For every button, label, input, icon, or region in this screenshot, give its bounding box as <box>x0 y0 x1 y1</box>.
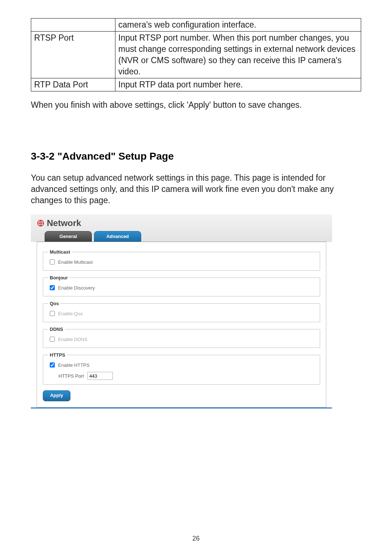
tabs: General Advanced <box>37 231 326 242</box>
tab-general[interactable]: General <box>45 231 92 242</box>
table-row: RTSP Port Input RTSP port number. When t… <box>31 32 361 78</box>
cell-left <box>31 19 115 32</box>
enable-https-label[interactable]: Enable HTTPS <box>48 361 90 369</box>
enable-qos-checkbox[interactable] <box>50 311 55 316</box>
page-title-text: Network <box>47 218 81 228</box>
enable-ddns-label[interactable]: Enable DDNS <box>48 336 87 343</box>
spec-table: camera's web configuration interface. RT… <box>31 18 361 91</box>
https-port-label: HTTPS Port <box>58 373 84 379</box>
apply-button[interactable]: Apply <box>43 390 70 401</box>
section-intro: You can setup advanced network settings … <box>31 172 361 206</box>
network-advanced-screenshot: Network General Advanced Multicast Enabl… <box>31 214 332 409</box>
table-row: camera's web configuration interface. <box>31 19 361 32</box>
https-port-input[interactable] <box>87 372 113 380</box>
group-ddns: DDNS Enable DDNS <box>43 327 320 348</box>
group-bonjour: Bonjour Enable Discovery <box>43 275 320 296</box>
enable-discovery-label[interactable]: Enable Discovery <box>48 284 95 291</box>
page-number: 26 <box>0 535 392 542</box>
group-multicast: Multicast Enable Multicast <box>43 249 320 271</box>
group-legend: Bonjour <box>48 275 69 280</box>
enable-ddns-text: Enable DDNS <box>58 337 87 342</box>
network-icon <box>37 219 45 227</box>
section-heading: 3-3-2 "Advanced" Setup Page <box>31 151 361 162</box>
apply-note: When you finish with above settings, cli… <box>31 99 361 111</box>
group-qos: Qos Enable Qos <box>43 301 320 322</box>
https-port-row: HTTPS Port <box>48 372 315 380</box>
enable-discovery-checkbox[interactable] <box>50 285 55 290</box>
enable-qos-label[interactable]: Enable Qos <box>48 310 83 317</box>
tab-advanced[interactable]: Advanced <box>94 231 141 242</box>
enable-qos-text: Enable Qos <box>58 311 83 316</box>
group-legend: DDNS <box>48 327 65 332</box>
cell-right: camera's web configuration interface. <box>115 19 361 32</box>
table-row: RTP Data Port Input RTP data port number… <box>31 78 361 91</box>
cell-right: Input RTP data port number here. <box>115 78 361 91</box>
group-legend: Qos <box>48 301 60 306</box>
cell-left: RTSP Port <box>31 32 115 78</box>
enable-multicast-text: Enable Multicast <box>58 259 93 265</box>
enable-multicast-label[interactable]: Enable Multicast <box>48 258 93 266</box>
cell-left: RTP Data Port <box>31 78 115 91</box>
enable-discovery-text: Enable Discovery <box>58 285 95 291</box>
screenshot-header: Network General Advanced <box>31 214 332 242</box>
advanced-panel: Multicast Enable Multicast Bonjour Enabl… <box>37 242 326 407</box>
enable-https-checkbox[interactable] <box>50 362 55 368</box>
cell-right: Input RTSP port number. When this port n… <box>115 32 361 78</box>
group-legend: Multicast <box>48 249 72 255</box>
group-https: HTTPS Enable HTTPS HTTPS Port <box>43 352 320 385</box>
enable-https-text: Enable HTTPS <box>58 362 90 368</box>
page-title: Network <box>37 218 326 231</box>
enable-ddns-checkbox[interactable] <box>50 337 55 342</box>
enable-multicast-checkbox[interactable] <box>50 259 55 264</box>
group-legend: HTTPS <box>48 352 67 358</box>
